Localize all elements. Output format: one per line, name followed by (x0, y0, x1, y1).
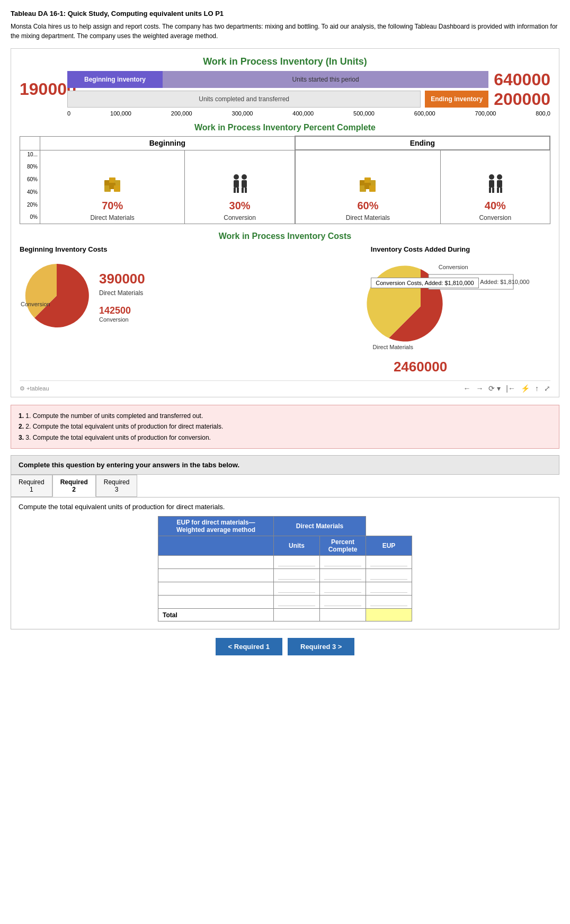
tabs-row[interactable]: Required1 Required2 Required3 (11, 475, 559, 497)
tableau-dashboard: Work in Process Inventory (In Units) 190… (11, 48, 559, 397)
svg-rect-21 (489, 180, 494, 188)
nav-refresh[interactable]: ⟳ ▾ (488, 384, 501, 393)
dm-beginning-icon (102, 175, 123, 196)
beginning-value: 190000 (20, 79, 67, 99)
y-60: 60% (27, 176, 38, 182)
dm-beginning-label: Direct Materials (91, 214, 135, 221)
total-label: Total (158, 609, 274, 621)
axis-800k: 800,0 (536, 110, 550, 117)
units-started-value: 640000 (494, 70, 550, 90)
conv-beginning-icon (228, 173, 252, 196)
percent-title: Work in Process Inventory Percent Comple… (20, 123, 550, 132)
svg-rect-27 (500, 188, 502, 193)
eup-eup-header: EUP (366, 536, 412, 556)
eup-table: EUP for direct materials—Weighted averag… (158, 516, 412, 621)
beginning-header: Beginning (40, 136, 295, 150)
nav-forward[interactable]: → (476, 384, 483, 393)
conv-cost-value: 142500 (99, 305, 145, 316)
units-input-1[interactable] (278, 558, 315, 566)
dm-ending-pct: 60% (357, 200, 378, 212)
svg-rect-8 (234, 188, 236, 193)
y-80: 80% (27, 164, 38, 170)
percent-input-3[interactable] (324, 584, 361, 593)
nav-up[interactable]: ↑ (535, 384, 539, 393)
ending-inventory-bar: Ending inventory (425, 91, 488, 108)
ending-value: 200000 (494, 90, 550, 109)
costs-section: Beginning Inventory Costs Conversion (20, 245, 550, 375)
dm-added-value: 2460000 (394, 359, 447, 375)
units-input-4[interactable] (278, 598, 315, 606)
nav-share[interactable]: ⚡ (521, 384, 530, 393)
dm-ending-icon (357, 175, 378, 196)
tab-required-2[interactable]: Required2 (52, 475, 96, 497)
svg-rect-23 (492, 188, 494, 193)
svg-rect-13 (245, 188, 247, 193)
tab-required-3[interactable]: Required3 (96, 475, 138, 497)
nav-icons[interactable]: ← → ⟳ ▾ |← ⚡ ↑ ⤢ (463, 384, 550, 393)
eup-header-title: EUP for direct materials—Weighted averag… (158, 517, 274, 536)
conv-cost-label2: Conversion (99, 316, 145, 323)
eup-input-4[interactable] (370, 598, 407, 606)
conv-ending-pct: 40% (485, 200, 506, 212)
dm-cost-label: Direct Materials (99, 289, 145, 297)
dm-added-label: Direct Materials (373, 344, 413, 350)
table-row (158, 582, 412, 596)
svg-rect-26 (497, 188, 499, 193)
y-0: 0% (30, 214, 38, 220)
axis-300k: 300,000 (232, 110, 253, 117)
eup-row-header (158, 536, 274, 556)
nav-back[interactable]: ← (463, 384, 470, 393)
svg-rect-12 (242, 188, 244, 193)
svg-rect-5 (114, 185, 120, 192)
next-button[interactable]: Required 3 > (288, 638, 354, 655)
conv-beginning-pct: 30% (229, 200, 251, 212)
axis-100k: 100,000 (110, 110, 131, 117)
svg-rect-19 (369, 185, 376, 192)
page-description: Monsta Cola hires us to help assign and … (11, 22, 559, 41)
eup-percent-header: Percent Complete (320, 536, 366, 556)
conv-cost-label: Conversion (21, 301, 50, 307)
percent-table: Beginning Ending 10... 80% 60% 40% 20% 0… (20, 136, 550, 224)
added-costs-pie: Conversion Costs, Added: $1,810,000 (368, 259, 474, 354)
units-input-3[interactable] (278, 584, 315, 593)
y-20: 20% (27, 202, 38, 208)
added-costs: Inventory Costs Added During Conversion … (290, 245, 550, 375)
beginning-costs: Beginning Inventory Costs Conversion (20, 245, 280, 334)
tooltip-box: Conversion Costs, Added: $1,810,000 (371, 278, 478, 288)
svg-point-6 (234, 174, 239, 180)
beginning-costs-label: Beginning Inventory Costs (20, 245, 107, 253)
axis-600k: 600,000 (414, 110, 435, 117)
percent-input-1[interactable] (324, 558, 361, 566)
bottom-buttons[interactable]: < Required 1 Required 3 > (11, 638, 559, 655)
percent-input-4[interactable] (324, 598, 361, 606)
tab-content: Compute the total equivalent units of pr… (11, 497, 559, 629)
tab-required-1[interactable]: Required1 (11, 475, 52, 497)
axis-500k: 500,000 (353, 110, 375, 117)
instruction-2-num: 2. (19, 423, 24, 430)
instruction-1: 1. Compute the number of units completed… (25, 412, 203, 420)
complete-box: Complete this question by entering your … (11, 455, 559, 475)
conv-beginning-label: Conversion (224, 214, 256, 221)
page-title: Tableau DA 16-1: Quick Study, Computing … (11, 10, 559, 17)
eup-input-2[interactable] (370, 571, 407, 580)
units-input-2[interactable] (278, 571, 315, 580)
instruction-3-num: 3. (19, 434, 24, 441)
table-row (158, 556, 412, 569)
prev-button[interactable]: < Required 1 (216, 638, 282, 655)
eup-input-3[interactable] (370, 584, 407, 593)
y-10: 10... (28, 152, 38, 157)
eup-units-header: Units (274, 536, 320, 556)
costs-title: Work in Process Inventory Costs (20, 232, 550, 241)
percent-input-2[interactable] (324, 571, 361, 580)
nav-expand[interactable]: ⤢ (544, 384, 550, 393)
tab-description: Compute the total equivalent units of pr… (19, 503, 551, 511)
dm-ending-label: Direct Materials (346, 214, 390, 221)
table-row (158, 596, 412, 609)
eup-input-1[interactable] (370, 558, 407, 566)
total-eup-input[interactable] (370, 611, 407, 619)
axis-700k: 700,000 (475, 110, 496, 117)
tableau-footer: ⚙ +tableau ← → ⟳ ▾ |← ⚡ ↑ ⤢ (20, 380, 550, 393)
svg-rect-25 (497, 180, 502, 188)
svg-rect-22 (489, 188, 491, 193)
nav-start[interactable]: |← (506, 384, 515, 393)
